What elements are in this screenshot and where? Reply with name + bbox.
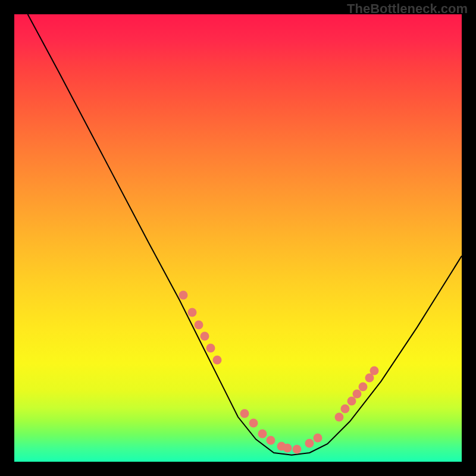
marker-dot bbox=[188, 308, 197, 317]
marker-dot bbox=[266, 436, 275, 444]
marker-dot bbox=[206, 343, 215, 352]
marker-dot bbox=[200, 332, 209, 341]
marker-dot bbox=[179, 290, 188, 299]
marker-dot bbox=[212, 356, 221, 365]
marker-dot bbox=[334, 412, 343, 421]
marker-dot bbox=[249, 419, 258, 428]
watermark-text: TheBottleneck.com bbox=[347, 1, 468, 17]
marker-dot bbox=[358, 382, 367, 391]
marker-dot bbox=[341, 405, 350, 414]
marker-dot bbox=[305, 439, 314, 448]
plot-area bbox=[14, 14, 462, 462]
marker-dot bbox=[353, 389, 362, 398]
marker-dots-layer bbox=[14, 14, 462, 462]
marker-dot bbox=[365, 374, 374, 383]
marker-dot bbox=[240, 409, 249, 418]
marker-dot bbox=[370, 366, 379, 375]
marker-dot bbox=[313, 434, 322, 443]
marker-dot bbox=[283, 444, 292, 453]
marker-dot bbox=[258, 429, 267, 438]
marker-dot bbox=[194, 320, 203, 329]
marker-dot bbox=[293, 444, 302, 453]
